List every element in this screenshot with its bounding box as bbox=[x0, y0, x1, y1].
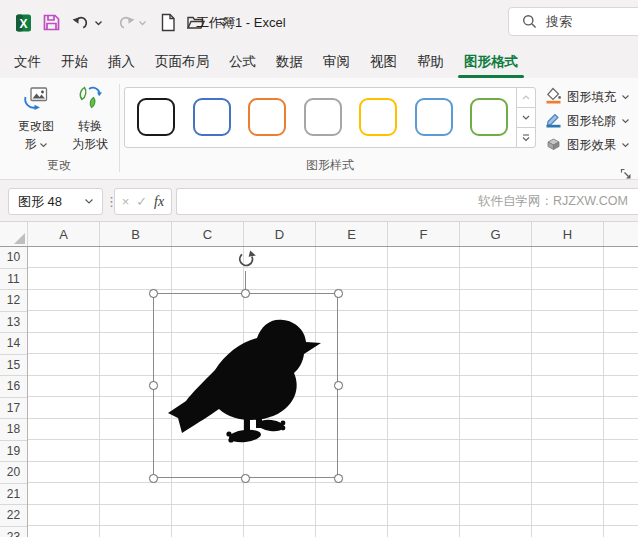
change-shape-label-line1: 更改图 bbox=[18, 119, 54, 134]
row-header-20[interactable]: 20 bbox=[0, 462, 27, 484]
fill-bucket-icon bbox=[545, 87, 562, 108]
row-header-11[interactable]: 11 bbox=[0, 269, 27, 291]
shape-outline-label: 图形轮廓 bbox=[567, 113, 616, 130]
undo-button[interactable] bbox=[71, 14, 92, 31]
formula-controls: × ✓ fx bbox=[114, 188, 172, 215]
new-document-button[interactable] bbox=[160, 13, 176, 32]
tab-插入[interactable]: 插入 bbox=[98, 45, 145, 78]
row-header-16[interactable]: 16 bbox=[0, 376, 27, 398]
formula-bar-row: 图形 48 ⋮ × ✓ fx 软件自学网：RJZXW.COM bbox=[0, 180, 638, 222]
row-header-18[interactable]: 18 bbox=[0, 419, 27, 441]
shape-fill-button[interactable]: 图形填充 bbox=[545, 87, 630, 107]
cancel-button: × bbox=[122, 194, 130, 209]
group-label-shape-styles: 图形样式 bbox=[124, 157, 536, 174]
name-box-value: 图形 48 bbox=[9, 193, 84, 211]
selection-handle-top-right[interactable] bbox=[334, 289, 343, 298]
undo-dropdown-chevron-icon[interactable] bbox=[94, 20, 103, 26]
save-button[interactable] bbox=[42, 13, 61, 32]
selection-handle-bottom-right[interactable] bbox=[334, 474, 343, 483]
selection-handle-middle-right[interactable] bbox=[334, 381, 343, 390]
tab-审阅[interactable]: 审阅 bbox=[313, 45, 360, 78]
shape-style-swatch-4[interactable] bbox=[304, 98, 342, 136]
ribbon: 更改图 形 转换 为形状 更改 bbox=[0, 78, 638, 180]
selection-handle-bottom-left[interactable] bbox=[149, 474, 158, 483]
column-headers: ABCDEFGH bbox=[0, 222, 638, 247]
shape-style-gallery bbox=[124, 87, 536, 148]
tab-页面布局[interactable]: 页面布局 bbox=[145, 45, 219, 78]
column-header-A[interactable]: A bbox=[28, 222, 100, 246]
group-label-change: 更改 bbox=[0, 157, 118, 174]
shape-selection-border[interactable] bbox=[153, 293, 338, 478]
tab-数据[interactable]: 数据 bbox=[266, 45, 313, 78]
group-separator bbox=[119, 84, 120, 172]
shape-style-swatch-6[interactable] bbox=[415, 98, 453, 136]
column-header-H[interactable]: H bbox=[532, 222, 604, 246]
formula-input[interactable]: 软件自学网：RJZXW.COM bbox=[176, 188, 638, 215]
shape-style-swatch-5[interactable] bbox=[359, 98, 397, 136]
insert-function-button[interactable]: fx bbox=[154, 194, 164, 210]
convert-to-shape-label-line1: 转换 bbox=[78, 119, 102, 134]
rotation-handle[interactable] bbox=[235, 249, 257, 271]
shape-style-swatch-3[interactable] bbox=[248, 98, 286, 136]
name-box-chevron-icon[interactable] bbox=[84, 198, 102, 205]
shape-style-swatch-2[interactable] bbox=[193, 98, 231, 136]
row-header-17[interactable]: 17 bbox=[0, 398, 27, 420]
row-header-15[interactable]: 15 bbox=[0, 355, 27, 377]
column-header-C[interactable]: C bbox=[172, 222, 244, 246]
gallery-scrollbar bbox=[516, 88, 535, 147]
selection-handle-top-left[interactable] bbox=[149, 289, 158, 298]
select-all-button[interactable] bbox=[0, 222, 28, 246]
row-header-19[interactable]: 19 bbox=[0, 441, 27, 463]
row-header-10[interactable]: 10 bbox=[0, 247, 27, 269]
column-header-F[interactable]: F bbox=[388, 222, 460, 246]
row-header-13[interactable]: 13 bbox=[0, 312, 27, 334]
tab-文件[interactable]: 文件 bbox=[4, 45, 51, 78]
shape-effects-button[interactable]: 图形效果 bbox=[545, 135, 630, 155]
selection-handle-bottom-middle[interactable] bbox=[241, 474, 250, 483]
row-header-23[interactable]: 23 bbox=[0, 527, 27, 537]
search-input[interactable]: 搜索 bbox=[508, 7, 638, 36]
shape-outline-button[interactable]: 图形轮廓 bbox=[545, 111, 630, 131]
outline-pen-icon bbox=[545, 111, 562, 132]
svg-text:X: X bbox=[19, 16, 27, 30]
chevron-down-icon bbox=[39, 142, 48, 148]
tab-视图[interactable]: 视图 bbox=[360, 45, 407, 78]
chevron-down-icon bbox=[621, 118, 630, 124]
gallery-scroll-up-button bbox=[517, 88, 535, 108]
row-headers: 1011121314151617181920212223 bbox=[0, 247, 28, 537]
ribbon-tab-bar: 文件开始插入页面布局公式数据审阅视图帮助图形格式 bbox=[0, 45, 638, 78]
tab-帮助[interactable]: 帮助 bbox=[407, 45, 454, 78]
excel-window: X bbox=[0, 0, 638, 537]
change-shape-icon bbox=[22, 84, 50, 116]
selection-handle-top-middle[interactable] bbox=[241, 289, 250, 298]
row-header-22[interactable]: 22 bbox=[0, 505, 27, 527]
search-placeholder: 搜索 bbox=[546, 13, 572, 31]
shape-fill-label: 图形填充 bbox=[567, 89, 616, 106]
tab-图形格式[interactable]: 图形格式 bbox=[454, 45, 528, 78]
convert-to-shape-icon bbox=[76, 84, 104, 116]
enter-button: ✓ bbox=[136, 194, 147, 209]
column-header-partial[interactable] bbox=[604, 222, 638, 246]
gallery-more-button[interactable] bbox=[517, 128, 535, 147]
column-header-D[interactable]: D bbox=[244, 222, 316, 246]
column-header-G[interactable]: G bbox=[460, 222, 532, 246]
selection-handle-middle-left[interactable] bbox=[149, 381, 158, 390]
tab-开始[interactable]: 开始 bbox=[51, 45, 98, 78]
shape-style-swatch-1[interactable] bbox=[137, 98, 175, 136]
column-header-E[interactable]: E bbox=[316, 222, 388, 246]
chevron-down-icon bbox=[621, 94, 630, 100]
tab-公式[interactable]: 公式 bbox=[219, 45, 266, 78]
row-header-14[interactable]: 14 bbox=[0, 333, 27, 355]
column-header-B[interactable]: B bbox=[100, 222, 172, 246]
convert-to-shape-button[interactable]: 转换 为形状 bbox=[63, 84, 117, 160]
row-header-21[interactable]: 21 bbox=[0, 484, 27, 506]
excel-logo-icon: X bbox=[13, 13, 33, 33]
gallery-scroll-down-button[interactable] bbox=[517, 108, 535, 128]
name-box[interactable]: 图形 48 bbox=[8, 188, 103, 215]
search-icon bbox=[522, 14, 537, 29]
row-header-12[interactable]: 12 bbox=[0, 290, 27, 312]
title-bar: X bbox=[0, 0, 638, 45]
shape-style-swatch-7[interactable] bbox=[470, 98, 508, 136]
document-title: 工作簿1 - Excel bbox=[196, 0, 286, 45]
change-shape-button[interactable]: 更改图 形 bbox=[9, 84, 63, 160]
